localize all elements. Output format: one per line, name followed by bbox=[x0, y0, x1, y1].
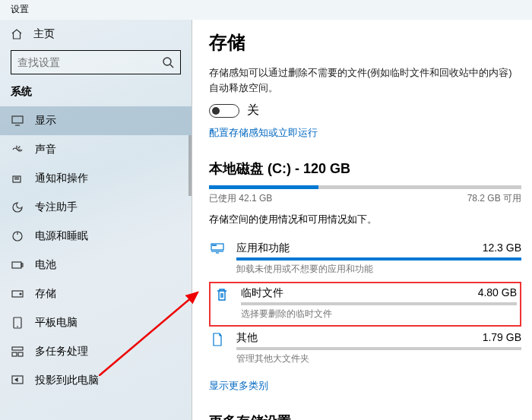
storage-name: 其他 bbox=[236, 331, 258, 345]
nav-label: 声音 bbox=[35, 143, 56, 156]
storage-sub: 选择要删除的临时文件 bbox=[241, 308, 517, 321]
svg-rect-17 bbox=[18, 352, 23, 356]
page-title: 存储 bbox=[209, 30, 521, 55]
storage-bar bbox=[241, 302, 517, 305]
nav-icon bbox=[11, 143, 24, 156]
storage-bar bbox=[236, 257, 521, 261]
window-title: 设置 bbox=[0, 0, 532, 20]
storage-name: 应用和功能 bbox=[236, 242, 290, 255]
nav-item[interactable]: 电源和睡眠 bbox=[0, 222, 192, 251]
svg-rect-2 bbox=[12, 116, 23, 123]
nav-item[interactable]: 平板电脑 bbox=[0, 308, 192, 337]
nav-icon bbox=[11, 374, 24, 387]
nav-item[interactable]: 多任务处理 bbox=[0, 337, 192, 366]
nav-icon bbox=[11, 316, 24, 330]
disk-usage-bar bbox=[209, 185, 521, 189]
nav-label: 显示 bbox=[35, 114, 56, 128]
svg-point-20 bbox=[213, 245, 214, 246]
home-icon bbox=[11, 28, 23, 40]
nav-icon bbox=[11, 345, 24, 358]
storage-sub: 管理其他大文件夹 bbox=[236, 352, 521, 365]
svg-rect-16 bbox=[12, 352, 17, 356]
usage-desc: 存储空间的使用情况和可用情况如下。 bbox=[209, 213, 521, 226]
nav-label: 通知和操作 bbox=[35, 172, 88, 185]
more-storage-title: 更多存储设置 bbox=[209, 412, 521, 420]
scrollbar[interactable] bbox=[188, 135, 192, 196]
sidebar: 主页 系统 显示声音通知和操作专注助手电源和睡眠电池存储平板电脑多任务处理投影到… bbox=[0, 20, 192, 420]
disk-title: 本地磁盘 (C:) - 120 GB bbox=[209, 159, 521, 178]
svg-point-21 bbox=[214, 245, 215, 246]
storage-sense-toggle[interactable] bbox=[209, 104, 239, 118]
nav-label: 投影到此电脑 bbox=[35, 374, 99, 387]
home-button[interactable]: 主页 bbox=[0, 20, 192, 50]
storage-sub: 卸载未使用或不想要的应用和功能 bbox=[236, 263, 521, 276]
storage-name: 临时文件 bbox=[241, 286, 283, 300]
storage-size: 12.3 GB bbox=[483, 242, 521, 255]
storage-size: 1.79 GB bbox=[483, 331, 521, 345]
nav-item[interactable]: 声音 bbox=[0, 135, 192, 164]
nav-icon bbox=[11, 287, 24, 301]
nav-item[interactable]: 专注助手 bbox=[0, 193, 192, 222]
nav-icon bbox=[11, 229, 24, 243]
search-field[interactable] bbox=[17, 56, 162, 68]
nav-label: 专注助手 bbox=[35, 201, 78, 214]
svg-point-12 bbox=[20, 293, 21, 295]
main-content: 存储 存储感知可以通过删除不需要的文件(例如临时文件和回收站中的内容)自动释放空… bbox=[192, 20, 532, 420]
disk-used: 已使用 42.1 GB bbox=[209, 192, 272, 205]
nav-label: 电源和睡眠 bbox=[35, 229, 88, 243]
storage-sense-desc: 存储感知可以通过删除不需要的文件(例如临时文件和回收站中的内容)自动释放空间。 bbox=[209, 65, 521, 95]
nav-item[interactable]: 存储 bbox=[0, 279, 192, 308]
show-more-link[interactable]: 显示更多类别 bbox=[209, 379, 521, 393]
nav-item[interactable]: 显示 bbox=[0, 106, 192, 135]
nav-label: 存储 bbox=[35, 287, 56, 301]
storage-category[interactable]: 其他1.79 GB管理其他大文件夹 bbox=[209, 327, 521, 371]
storage-icon bbox=[209, 331, 226, 365]
search-input[interactable] bbox=[11, 50, 181, 74]
svg-rect-15 bbox=[12, 347, 23, 350]
storage-icon bbox=[209, 242, 226, 276]
svg-rect-10 bbox=[21, 264, 23, 267]
home-label: 主页 bbox=[33, 27, 55, 41]
storage-category[interactable]: 应用和功能12.3 GB卸载未使用或不想要的应用和功能 bbox=[209, 237, 521, 282]
nav-label: 电池 bbox=[35, 258, 56, 272]
svg-line-1 bbox=[170, 65, 173, 68]
nav-list: 显示声音通知和操作专注助手电源和睡眠电池存储平板电脑多任务处理投影到此电脑 bbox=[0, 106, 192, 420]
nav-icon bbox=[11, 258, 24, 272]
disk-free: 78.2 GB 可用 bbox=[467, 192, 521, 205]
nav-item[interactable]: 投影到此电脑 bbox=[0, 366, 192, 395]
configure-link[interactable]: 配置存储感知或立即运行 bbox=[209, 126, 521, 140]
nav-icon bbox=[11, 172, 24, 185]
storage-size: 4.80 GB bbox=[478, 286, 517, 300]
nav-item[interactable]: 通知和操作 bbox=[0, 164, 192, 193]
category-label: 系统 bbox=[0, 82, 192, 106]
nav-icon bbox=[11, 114, 24, 128]
svg-point-22 bbox=[216, 245, 217, 246]
nav-label: 平板电脑 bbox=[35, 316, 78, 330]
nav-item[interactable]: 电池 bbox=[0, 251, 192, 279]
nav-label: 多任务处理 bbox=[35, 345, 88, 358]
storage-icon bbox=[214, 286, 230, 321]
svg-rect-9 bbox=[12, 262, 21, 268]
search-icon bbox=[162, 56, 174, 68]
toggle-label: 关 bbox=[247, 103, 259, 118]
storage-category[interactable]: 临时文件4.80 GB选择要删除的临时文件 bbox=[209, 282, 521, 327]
storage-bar bbox=[236, 347, 521, 350]
svg-point-0 bbox=[163, 58, 171, 65]
nav-icon bbox=[11, 201, 24, 214]
